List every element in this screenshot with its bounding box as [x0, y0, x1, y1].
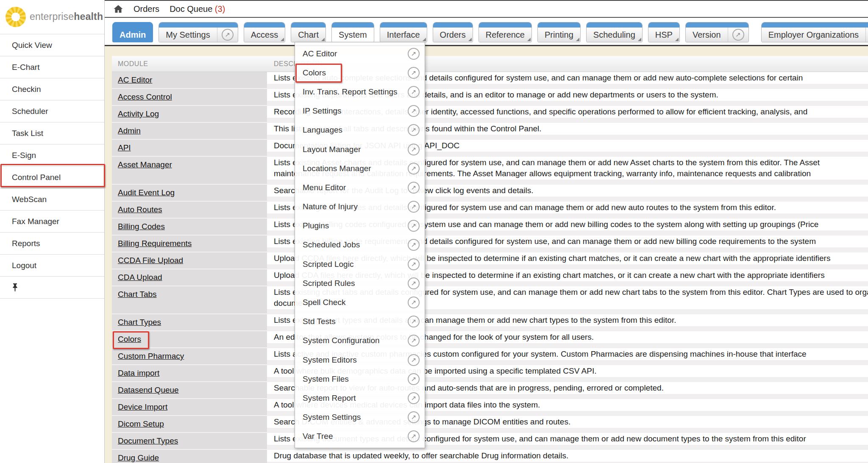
open-in-new-icon[interactable]: ↗	[408, 201, 420, 213]
tab[interactable]: System ↗	[331, 22, 374, 42]
menu-item[interactable]: Locations Manager ↗	[295, 159, 425, 178]
open-in-new-icon[interactable]: ↗	[408, 48, 420, 60]
open-in-new-icon[interactable]: ↗	[408, 297, 420, 308]
open-in-new-icon[interactable]: ↗	[408, 124, 420, 136]
open-in-new-icon[interactable]: ↗	[408, 182, 420, 194]
module-link[interactable]: Dicom Setup	[118, 419, 164, 429]
menu-item[interactable]: Languages ↗	[295, 121, 425, 140]
open-in-new-icon[interactable]: ↗	[408, 67, 420, 79]
module-link[interactable]: Document Types	[118, 436, 178, 446]
tab[interactable]: Employer Organizations ↗	[761, 22, 868, 42]
sidebar-item[interactable]: E-Sign	[0, 144, 104, 166]
module-link[interactable]: Billing Requirements	[118, 239, 192, 248]
open-in-new-icon[interactable]: ↗	[408, 144, 420, 155]
sidebar-item[interactable]: Logout	[0, 254, 104, 276]
sidebar-pin-button[interactable]	[0, 276, 104, 299]
menu-item[interactable]: Plugins ↗	[295, 216, 425, 236]
module-link[interactable]: Audit Event Log	[118, 188, 175, 197]
module-link[interactable]: Admin	[118, 126, 141, 136]
open-in-new-icon[interactable]: ↗	[408, 430, 420, 442]
tab[interactable]: Scheduling ↗	[586, 22, 643, 42]
open-in-new-icon[interactable]: ↗	[408, 86, 420, 98]
menu-item[interactable]: Scripted Rules ↗	[295, 274, 425, 293]
menu-item[interactable]: Colors ↗	[295, 63, 425, 82]
tab[interactable]: Version ↗	[685, 22, 749, 42]
sidebar-item[interactable]: WebScan	[0, 188, 104, 210]
module-link[interactable]: API	[118, 143, 131, 152]
open-in-new-icon[interactable]: ↗	[408, 163, 420, 175]
menu-item[interactable]: Spell Check ↗	[295, 293, 425, 312]
open-in-new-icon[interactable]: ↗	[217, 28, 238, 42]
module-link[interactable]: Access Control	[118, 92, 172, 102]
module-link[interactable]: Asset Manager	[118, 160, 172, 169]
tab[interactable]: Chart ↗	[291, 22, 326, 42]
module-link[interactable]: Drug Guide	[118, 453, 159, 463]
tab[interactable]: Printing ↗	[537, 22, 581, 42]
sunburst-logo-icon	[6, 7, 26, 27]
tab[interactable]: Access ↗	[244, 22, 285, 42]
module-link[interactable]: Colors	[118, 335, 141, 344]
module-link[interactable]: Chart Types	[118, 318, 161, 327]
module-link[interactable]: CDA Upload	[118, 273, 162, 282]
open-in-new-icon[interactable]: ↗	[865, 28, 868, 42]
menu-item[interactable]: Layout Manager ↗	[295, 140, 425, 159]
module-cell: Admin	[112, 123, 267, 140]
module-link[interactable]: Auto Routes	[118, 205, 162, 214]
sidebar-item[interactable]: E-Chart	[0, 56, 104, 78]
table-row: CCDA File Upload Upload CCDA files here …	[112, 252, 868, 269]
module-link[interactable]: CCDA File Upload	[118, 256, 183, 265]
tab[interactable]: My Settings ↗	[159, 22, 238, 42]
tab[interactable]: HSP ↗	[648, 22, 680, 42]
module-link[interactable]: Custom Pharmacy	[118, 352, 184, 361]
breadcrumb-item-orders[interactable]: Orders	[134, 4, 159, 14]
sidebar-item[interactable]: Control Panel	[0, 166, 104, 188]
sidebar-item[interactable]: Checkin	[0, 78, 104, 100]
module-link[interactable]: Datasend Queue	[118, 385, 179, 395]
menu-item[interactable]: Menu Editor ↗	[295, 178, 425, 197]
module-link[interactable]: Activity Log	[118, 109, 159, 119]
sidebar-item[interactable]: Quick View	[0, 34, 104, 56]
module-link[interactable]: Billing Codes	[118, 222, 165, 231]
module-link[interactable]: Data import	[118, 369, 159, 378]
sidebar-item[interactable]: Fax Manager	[0, 210, 104, 232]
menu-item[interactable]: Scripted Logic ↗	[295, 255, 425, 274]
open-in-new-icon[interactable]: ↗	[408, 277, 420, 289]
module-link[interactable]: Chart Tabs	[118, 290, 157, 299]
open-in-new-icon[interactable]: ↗	[408, 335, 420, 347]
tab[interactable]: Admin ↗	[112, 22, 153, 42]
open-in-new-icon[interactable]: ↗	[408, 373, 420, 385]
open-in-new-icon[interactable]: ↗	[408, 316, 420, 327]
sidebar-item[interactable]: Task List	[0, 122, 104, 144]
menu-item[interactable]: System Configuration ↗	[295, 331, 425, 350]
open-in-new-icon[interactable]: ↗	[408, 354, 420, 366]
home-icon[interactable]	[113, 4, 123, 14]
menu-item[interactable]: Inv. Trans. Report Settings ↗	[295, 82, 425, 101]
tab[interactable]: Reference ↗	[479, 22, 532, 42]
module-link[interactable]: AC Editor	[118, 75, 152, 85]
open-in-new-icon[interactable]: ↗	[408, 258, 420, 270]
menu-item[interactable]: System Report ↗	[295, 388, 425, 408]
menu-item[interactable]: Var Tree ↗	[295, 427, 425, 446]
menu-item[interactable]: Scheduled Jobs ↗	[295, 236, 425, 255]
menu-item[interactable]: Std Tests ↗	[295, 312, 425, 331]
open-in-new-icon[interactable]: ↗	[408, 239, 420, 251]
menu-item[interactable]: System Files ↗	[295, 369, 425, 388]
sidebar-item[interactable]: Scheduler	[0, 100, 104, 122]
menu-item[interactable]: System Settings ↗	[295, 408, 425, 427]
tab[interactable]: Orders ↗	[433, 22, 473, 42]
open-in-new-icon[interactable]: ↗	[408, 220, 420, 232]
open-in-new-icon[interactable]: ↗	[728, 28, 748, 42]
open-in-new-icon[interactable]: ↗	[408, 411, 420, 423]
sidebar-item[interactable]: Reports	[0, 232, 104, 254]
tab-label: Chart	[291, 28, 326, 42]
breadcrumb-item-doc-queue[interactable]: Doc Queue (3)	[170, 4, 225, 14]
tab[interactable]: Interface ↗	[380, 22, 427, 42]
menu-item[interactable]: System Editors ↗	[295, 350, 425, 369]
module-link[interactable]: Device Import	[118, 402, 167, 412]
menu-item[interactable]: Nature of Injury ↗	[295, 197, 425, 216]
menu-item-label: AC Editor	[303, 49, 408, 58]
open-in-new-icon[interactable]: ↗	[408, 105, 420, 117]
menu-item[interactable]: AC Editor ↗	[295, 44, 425, 63]
open-in-new-icon[interactable]: ↗	[408, 392, 420, 404]
menu-item[interactable]: IP Settings ↗	[295, 102, 425, 121]
